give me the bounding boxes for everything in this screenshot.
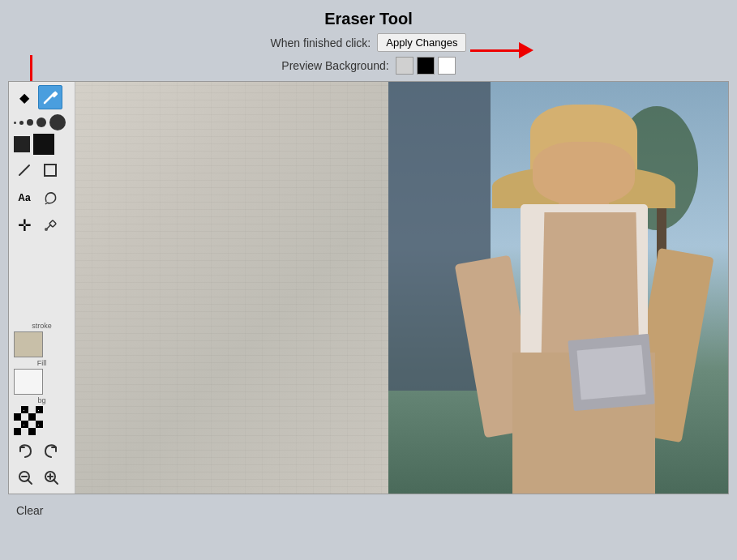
svg-rect-1: [51, 91, 58, 97]
book: [568, 334, 656, 411]
tool-pencil[interactable]: [12, 158, 36, 182]
svg-line-12: [54, 480, 58, 484]
svg-line-9: [28, 480, 32, 484]
clear-button[interactable]: Clear: [10, 501, 49, 520]
main-area: ◆: [8, 81, 729, 494]
brush-square-lg[interactable]: [33, 134, 54, 155]
undo-redo-row: [14, 440, 70, 463]
apply-changes-row: When finished click: Apply Changes: [271, 33, 467, 52]
top-controls: When finished click: Apply Changes Previ…: [0, 33, 737, 75]
tool-text[interactable]: Aa: [12, 186, 36, 210]
tool-row-2: [12, 158, 71, 182]
bg-swatch-black[interactable]: [417, 57, 435, 75]
page-title: Eraser Tool: [0, 0, 737, 33]
preview-bg-row: Preview Background:: [281, 57, 455, 75]
bg-label: bg: [14, 396, 70, 404]
tool-row-3: Aa: [12, 186, 71, 210]
image-container: [75, 82, 728, 494]
svg-line-4: [45, 203, 47, 204]
tool-brush[interactable]: [38, 85, 62, 109]
tool-row-1: ◆: [12, 85, 71, 109]
brush-size-lg[interactable]: [36, 118, 46, 127]
stroke-swatch[interactable]: [14, 331, 43, 357]
zoom-in-button[interactable]: [40, 466, 62, 489]
bottom-bar: Clear: [0, 494, 737, 527]
person: [456, 102, 711, 494]
fill-label: Fill: [14, 359, 70, 367]
apply-changes-button[interactable]: Apply Changes: [377, 33, 466, 52]
bg-swatch[interactable]: [14, 406, 43, 435]
bg-swatch-white[interactable]: [438, 57, 456, 75]
tool-move[interactable]: ✛: [12, 213, 36, 237]
brush-square-sm[interactable]: [14, 136, 30, 152]
stroke-label: stroke: [14, 322, 70, 330]
tool-diamond[interactable]: ◆: [12, 85, 36, 109]
brush-size-sm[interactable]: [19, 121, 24, 125]
brush-sizes: [12, 113, 71, 156]
tool-rect[interactable]: [38, 158, 62, 182]
wall-background: [75, 82, 388, 494]
brush-size-xl[interactable]: [49, 114, 66, 130]
zoom-row: [14, 466, 70, 489]
zoom-out-button[interactable]: [14, 466, 36, 489]
fill-swatch[interactable]: [14, 369, 43, 395]
brush-size-md[interactable]: [27, 119, 33, 126]
toolbar: ◆: [9, 82, 75, 494]
when-finished-label: When finished click:: [271, 36, 371, 49]
preview-bg-label: Preview Background:: [281, 59, 388, 72]
redo-button[interactable]: [40, 440, 62, 463]
svg-point-7: [45, 228, 48, 231]
tool-eyedropper[interactable]: [38, 213, 62, 237]
color-section: stroke Fill bg: [12, 320, 71, 437]
undo-button[interactable]: [14, 440, 36, 463]
bottom-tools: [12, 438, 71, 490]
brush-size-xs[interactable]: [14, 122, 16, 124]
arrow-right-indicator: [470, 42, 533, 58]
tool-lasso[interactable]: [38, 186, 62, 210]
bg-swatch-lightgray[interactable]: [396, 57, 413, 75]
photo-section: [388, 82, 728, 494]
svg-rect-3: [45, 165, 56, 176]
tool-row-4: ✛: [12, 213, 71, 237]
bg-swatches: [396, 57, 456, 75]
svg-line-2: [19, 165, 29, 175]
canvas-area[interactable]: [75, 82, 728, 494]
